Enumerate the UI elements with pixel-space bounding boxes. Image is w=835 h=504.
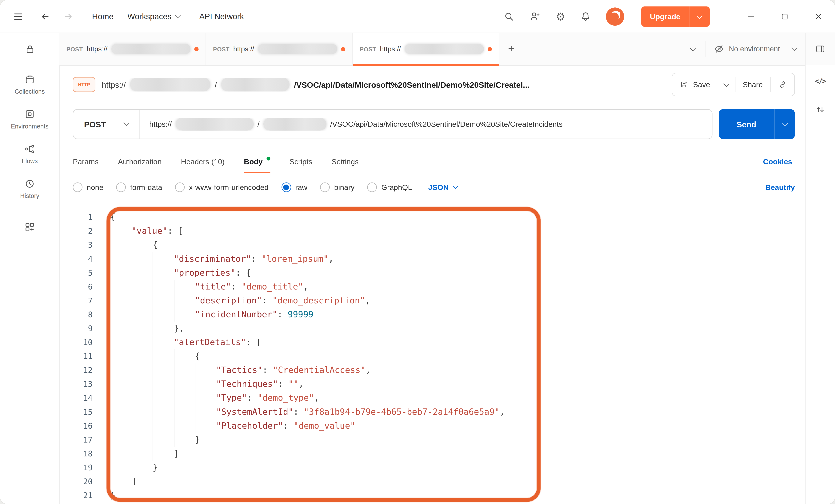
tab-authorization[interactable]: Authorization — [118, 150, 162, 173]
request-tab-2[interactable]: POST https:// — [206, 33, 353, 65]
new-tab-button[interactable]: + — [500, 33, 523, 65]
save-dropdown[interactable] — [718, 73, 735, 96]
save-share-group: Save Share — [672, 73, 795, 96]
save-button[interactable]: Save — [672, 73, 718, 96]
nav-workspaces[interactable]: Workspaces — [127, 12, 180, 21]
back-arrow-icon[interactable] — [35, 7, 55, 26]
radio-binary[interactable]: binary — [320, 183, 354, 192]
line-number: 8 — [59, 308, 93, 321]
sidebar-item-collections[interactable]: Collections — [15, 74, 45, 95]
redacted-url-segment — [258, 44, 337, 54]
body-content-dot — [266, 157, 270, 161]
line-number: 9 — [59, 321, 93, 335]
send-button[interactable]: Send — [719, 109, 795, 139]
code-line: } — [110, 488, 790, 502]
format-selector[interactable]: JSON — [428, 183, 458, 191]
request-title-bar: HTTP https:// / /VSOC/api/Data/Microsoft… — [73, 72, 795, 98]
sidebar-item-label: Flows — [22, 158, 38, 164]
request-url-input[interactable]: https:// / /VSOC/api/Data/Microsoft%20Se… — [140, 118, 712, 130]
notifications-bell-icon[interactable] — [581, 11, 591, 22]
send-label: Send — [719, 109, 774, 139]
forward-arrow-icon[interactable] — [59, 7, 78, 26]
code-line: "description": "demo_description", — [110, 294, 790, 308]
sidebar-nav: Collections Environments Flows History — [11, 74, 48, 199]
body-editor[interactable]: 123456789101112131415161718192021 {"valu… — [59, 205, 806, 504]
code-snippet-icon[interactable]: </> — [815, 77, 826, 85]
tab-method: POST — [360, 46, 376, 52]
line-number: 20 — [59, 475, 93, 488]
radio-x-www-form-urlencoded[interactable]: x-www-form-urlencoded — [175, 183, 268, 192]
upgrade-dropdown[interactable] — [689, 6, 710, 26]
beautify-link[interactable]: Beautify — [765, 183, 795, 191]
line-number: 6 — [59, 280, 93, 294]
radio-form-data[interactable]: form-data — [116, 183, 162, 192]
sidebar-item-environments[interactable]: Environments — [11, 109, 48, 130]
close-button[interactable] — [814, 12, 823, 21]
radio-label: form-data — [130, 183, 162, 191]
request-url-control: POST https:// / /VSOC/api/Data/Microsoft… — [73, 109, 712, 139]
invite-user-icon[interactable] — [529, 10, 541, 22]
tab-label: Params — [73, 157, 99, 166]
send-dropdown[interactable] — [774, 109, 795, 139]
share-button[interactable]: Share — [735, 73, 770, 96]
code-line: ] — [110, 475, 790, 488]
chevron-down-icon — [723, 81, 729, 87]
top-bar-right: ⚙ Upgrade — [504, 6, 823, 26]
sidebar-item-history[interactable]: History — [20, 178, 39, 199]
search-icon[interactable] — [504, 11, 514, 22]
save-floppy-icon — [679, 80, 688, 89]
tab-params[interactable]: Params — [73, 150, 99, 173]
collections-icon — [24, 74, 35, 85]
copy-link-button[interactable] — [771, 73, 794, 96]
line-number: 10 — [59, 335, 93, 349]
top-bar: Home Workspaces API Network ⚙ Upgrade — [0, 0, 835, 33]
radio-raw-selected[interactable]: raw — [281, 183, 307, 192]
postman-window: Home Workspaces API Network ⚙ Upgrade — [0, 0, 835, 504]
upgrade-button[interactable]: Upgrade — [641, 6, 710, 26]
line-number: 18 — [59, 447, 93, 461]
sidebar-item-flows[interactable]: Flows — [22, 143, 38, 164]
settings-gear-icon[interactable]: ⚙ — [556, 11, 565, 22]
sidebar-item-label: Collections — [15, 88, 45, 95]
environment-quicklook-panel-icon[interactable] — [805, 33, 835, 65]
code-line: "properties": { — [110, 266, 790, 280]
cookies-link[interactable]: Cookies — [763, 150, 792, 173]
maximize-button[interactable] — [780, 12, 789, 21]
redacted-url-segment — [263, 118, 326, 130]
method-label: POST — [84, 120, 106, 129]
tab-body-active[interactable]: Body — [244, 150, 270, 173]
url-path: /VSOC/api/Data/Microsoft%20Sentinel/Demo… — [330, 120, 563, 128]
request-tab-3-active[interactable]: POST https:// — [353, 33, 500, 65]
sidebar-item-label: Environments — [11, 123, 48, 130]
nav-home[interactable]: Home — [92, 12, 113, 21]
radio-none[interactable]: none — [73, 183, 103, 192]
url-scheme: https:// — [149, 120, 172, 128]
code-line: { — [110, 210, 790, 224]
sidebar-lock[interactable] — [0, 33, 59, 65]
open-tabs-dropdown[interactable] — [681, 47, 705, 51]
nav-api-network[interactable]: API Network — [199, 12, 244, 21]
method-selector[interactable]: POST — [73, 110, 140, 139]
request-config-tabs: Params Authorization Headers (10) Body S… — [59, 150, 806, 173]
link-icon — [778, 80, 787, 89]
radio-graphql[interactable]: GraphQL — [367, 183, 412, 192]
tab-headers[interactable]: Headers (10) — [181, 150, 225, 173]
sync-arrows-icon[interactable] — [815, 104, 825, 114]
environment-label: No environment — [729, 45, 780, 53]
radio-circle — [175, 183, 185, 192]
request-tab-1[interactable]: POST https:// — [59, 33, 206, 65]
radio-circle — [116, 183, 126, 192]
code-line: { — [110, 350, 790, 363]
account-avatar-logo[interactable] — [606, 7, 624, 25]
sidebar-more-modules[interactable] — [24, 222, 35, 235]
tab-settings[interactable]: Settings — [332, 150, 359, 173]
tab-scripts[interactable]: Scripts — [289, 150, 312, 173]
radio-label: raw — [295, 183, 307, 191]
hamburger-menu-icon[interactable] — [8, 7, 28, 26]
tab-label: Body — [244, 157, 263, 166]
minimize-button[interactable] — [746, 12, 756, 21]
editor-code[interactable]: {"value": [{"discriminator": "lorem_ipsu… — [110, 210, 790, 503]
tab-label: Scripts — [289, 157, 312, 166]
environment-selector[interactable]: No environment — [705, 44, 805, 54]
beautify-label: Beautify — [765, 183, 795, 191]
